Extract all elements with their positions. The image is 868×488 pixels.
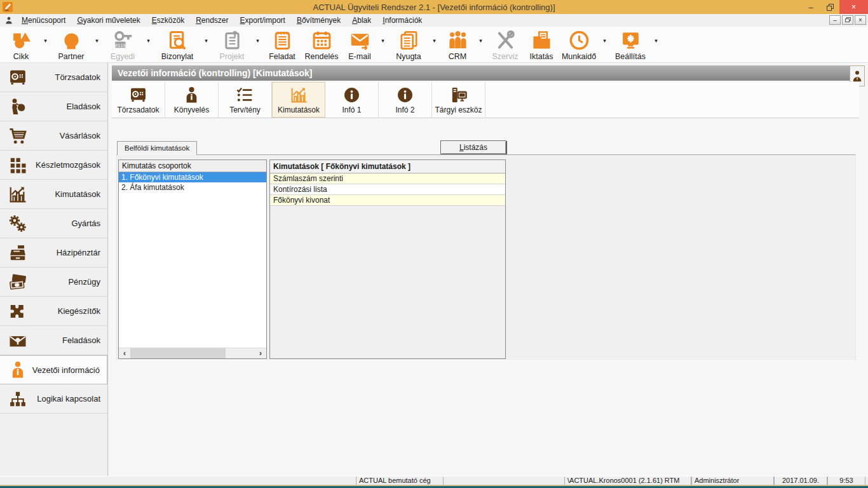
bizonylat-dropdown-arrow[interactable]: ▾	[201, 27, 212, 55]
shapes-icon	[11, 29, 32, 51]
mdi-restore-button[interactable]	[842, 15, 853, 25]
list-item-afa-kimutatasok[interactable]: 2. Áfa kimutatások	[119, 182, 266, 193]
sidebar-item-eladasok[interactable]: Eladások	[0, 92, 107, 121]
scrollbar-thumb[interactable]	[130, 348, 226, 358]
menu-gyakori-muveletek[interactable]: Gyakori műveletek	[71, 14, 146, 27]
sidebar-item-logikai-kapcsolat[interactable]: Logikai kapcsolat	[0, 384, 107, 414]
sidebar-item-kimutatasok[interactable]: Kimutatások	[0, 180, 107, 209]
toolbar-szerviz[interactable]: Szerviz	[486, 27, 524, 62]
projekt-dropdown-arrow[interactable]: ▾	[252, 27, 263, 55]
menu-rendszer[interactable]: Rendszer	[190, 14, 234, 27]
sidebar-item-vezetoi-informacio[interactable]: Vezetői információ	[0, 355, 107, 384]
menu-bar: Menücsoport Gyakori műveletek Eszközök R…	[0, 14, 868, 27]
crm-dropdown-arrow[interactable]: ▾	[475, 27, 486, 55]
bar-chart-icon	[8, 185, 30, 204]
computer-icon	[449, 86, 468, 104]
sidebar-item-torzsadatok[interactable]: Törzsadatok	[0, 63, 107, 92]
status-date: 2017.01.09.	[774, 477, 827, 485]
toolbar-iktatas[interactable]: Iktatás	[524, 27, 559, 62]
tab-targyi-eszkoz[interactable]: Tárgyi eszköz	[432, 82, 485, 118]
report-row-szamlaszam-szerinti[interactable]: Számlaszám szerinti	[270, 173, 505, 184]
report-row-kontirozasi-lista[interactable]: Kontírozási lista	[270, 184, 505, 195]
beallitas-dropdown-arrow[interactable]: ▾	[651, 27, 661, 55]
menu-ablak[interactable]: Ablak	[346, 14, 377, 27]
sidebar-item-hazipenztar[interactable]: Házipénztár	[0, 238, 107, 268]
menu-export-import[interactable]: Export/import	[234, 14, 291, 27]
sidebar-item-feladasok[interactable]: Feladások	[0, 326, 107, 355]
menu-eszkozok[interactable]: Eszközök	[146, 14, 190, 27]
tools-icon	[495, 29, 516, 51]
banknotes-icon	[8, 273, 30, 292]
toolbar-email[interactable]: E-mail	[342, 27, 377, 62]
egyedi-dropdown-arrow[interactable]: ▾	[143, 27, 154, 55]
safe-icon	[8, 68, 30, 87]
scroll-left-arrow[interactable]: ‹	[119, 348, 130, 358]
status-user: Adminisztrátor	[691, 477, 774, 485]
monitor-gear-icon	[620, 29, 641, 51]
report-groups-panel: Kimutatás csoportok 1. Főkönyvi kimutatá…	[118, 159, 267, 359]
status-time: 9:53	[827, 477, 865, 485]
menu-informaciok[interactable]: Információk	[377, 14, 428, 27]
mdi-minimize-button[interactable]: –	[829, 15, 841, 25]
toolbar-projekt[interactable]: Projekt	[212, 27, 252, 62]
tab-konyveles[interactable]: Könyvelés	[165, 82, 219, 118]
listazas-button[interactable]: Listázás	[440, 140, 506, 154]
puzzle-icon	[8, 302, 30, 321]
tab-torzsadatok[interactable]: Törzsadatok	[112, 82, 165, 118]
title-bar: ACTUAL Ügyviteli Rendszer 2.1 - [Vezetői…	[0, 0, 868, 14]
person-info-icon	[182, 86, 201, 104]
org-tree-icon	[8, 390, 30, 409]
scroll-right-arrow[interactable]: ›	[255, 348, 266, 358]
close-button[interactable]: ×	[839, 0, 868, 14]
safe-icon	[129, 86, 147, 104]
restore-button[interactable]	[820, 0, 839, 14]
sidebar-item-penzugy[interactable]: Pénzügy	[0, 268, 107, 297]
email-dropdown-arrow[interactable]: ▾	[377, 27, 388, 55]
tab-kimutatasok[interactable]: Kimutatások	[272, 82, 325, 118]
window-title: ACTUAL Ügyviteli Rendszer 2.1 - [Vezetői…	[0, 3, 868, 12]
tab-info-2[interactable]: Infó 2	[379, 82, 432, 118]
menu-person-icon	[4, 16, 13, 25]
info-circle-icon	[396, 86, 414, 104]
grid-boxes-icon	[8, 156, 30, 175]
tab-belfoldi-kimutatasok[interactable]: Belföldi kimutatások	[117, 141, 197, 155]
menu-bovitmenyek[interactable]: Bővítmények	[291, 14, 346, 27]
sidebar-item-vasarlasok[interactable]: Vásárlások	[0, 121, 107, 151]
page-title: Vezetői információ (kontrolling) [Kimuta…	[112, 65, 850, 81]
reports-panel: Kimutatások [ Főkönyvi kimutatások ] Szá…	[269, 159, 506, 359]
key-icon: 0110	[112, 29, 133, 51]
person-info-icon	[8, 360, 30, 379]
application-window: ACTUAL Ügyviteli Rendszer 2.1 - [Vezetői…	[0, 0, 868, 488]
nyugta-dropdown-arrow[interactable]: ▾	[429, 27, 440, 55]
toolbar-feladat[interactable]: Feladat	[263, 27, 301, 62]
module-tab-strip: Törzsadatok Könyvelés Terv/tény Kimutatá…	[112, 82, 859, 118]
toolbar-egyedi[interactable]: 0110 Egyedi	[102, 27, 143, 62]
bar-chart-icon	[290, 86, 308, 104]
toolbar-partner[interactable]: Partner	[51, 27, 92, 62]
sidebar-item-gyartas[interactable]: Gyártás	[0, 209, 107, 238]
document-pin-icon	[222, 29, 243, 51]
toolbar-bizonylat[interactable]: Bizonylat	[154, 27, 201, 62]
toolbar-beallitas[interactable]: Beállítás	[610, 27, 651, 62]
mdi-close-button[interactable]: ×	[855, 15, 866, 25]
munkaido-dropdown-arrow[interactable]: ▾	[599, 27, 610, 55]
sidebar-item-kiegeszitok[interactable]: Kiegészítők	[0, 297, 107, 326]
tab-info-1[interactable]: Infó 1	[325, 82, 379, 118]
svg-text:0110: 0110	[114, 43, 125, 48]
partner-dropdown-arrow[interactable]: ▾	[92, 27, 102, 55]
toolbar-crm[interactable]: CRM	[440, 27, 475, 62]
toolbar-cikk[interactable]: Cikk	[2, 27, 40, 62]
app-logo-icon	[3, 2, 13, 12]
report-row-fokonyvi-kivonat[interactable]: Főkönyvi kivonat	[270, 195, 505, 206]
toolbar-nyugta[interactable]: Nyugta	[388, 27, 429, 62]
toolbar-rendeles[interactable]: Rendelés	[301, 27, 342, 62]
tab-terv-teny[interactable]: Terv/tény	[219, 82, 272, 118]
horizontal-scrollbar[interactable]: ‹ ›	[119, 348, 266, 358]
minimize-button[interactable]: –	[801, 0, 820, 14]
list-item-fokonyvi-kimutatasok[interactable]: 1. Főkönyvi kimutatások	[119, 172, 266, 182]
toolbar-munkaido[interactable]: Munkaidő	[559, 27, 599, 62]
menu-menucsoport[interactable]: Menücsoport	[16, 14, 71, 27]
sidebar-item-keszletmozgasok[interactable]: Készletmozgások	[0, 151, 107, 180]
cikk-dropdown-arrow[interactable]: ▾	[40, 27, 51, 55]
folder-document-icon	[531, 29, 552, 51]
